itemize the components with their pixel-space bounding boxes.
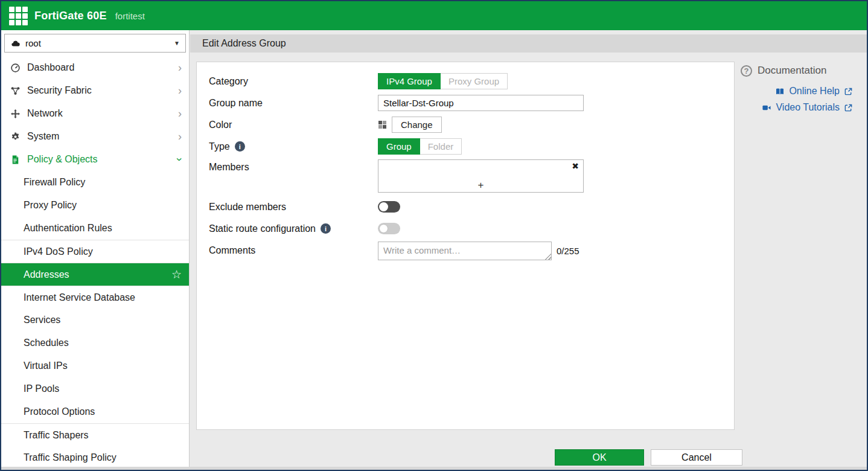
online-help-link[interactable]: Online Help: [741, 86, 853, 97]
vdom-selector[interactable]: root ▼: [4, 34, 186, 53]
sidebar-item-authentication-rules[interactable]: Authentication Rules: [1, 217, 189, 240]
edit-address-group-form: Category IPv4 Group Proxy Group Group na…: [196, 62, 735, 430]
main-content: Edit Address Group Category IPv4 Group P…: [190, 30, 867, 470]
external-link-icon: [844, 87, 853, 96]
policy-objects-icon: [9, 155, 22, 165]
gear-icon: [9, 132, 22, 142]
static-route-row: Static route configuration i: [209, 220, 734, 237]
sidebar-item-virtual-ips[interactable]: Virtual IPs: [1, 354, 189, 377]
sidebar-item-addresses[interactable]: Addresses ☆: [1, 263, 189, 286]
sidebar-item-label: Proxy Policy: [24, 200, 77, 211]
top-bar: FortiGate 60E fortitest: [1, 1, 867, 30]
documentation-title: Documentation: [758, 65, 826, 77]
color-row: Color Change: [209, 116, 734, 133]
form-actions: OK Cancel: [555, 449, 742, 466]
sidebar-item-network[interactable]: Network ›: [1, 102, 189, 125]
members-field[interactable]: ✖ +: [378, 159, 584, 193]
page-title: Edit Address Group: [190, 34, 867, 53]
exclude-members-label: Exclude members: [209, 202, 378, 213]
exclude-members-toggle[interactable]: [378, 201, 400, 213]
page-title-text: Edit Address Group: [202, 38, 286, 49]
sidebar-item-security-fabric[interactable]: Security Fabric ›: [1, 79, 189, 102]
static-route-label: Static route configuration i: [209, 223, 378, 234]
sidebar-item-label: Protocol Options: [24, 406, 95, 417]
book-icon: [775, 87, 785, 96]
online-help-label: Online Help: [789, 86, 840, 97]
external-link-icon: [844, 103, 853, 112]
sidebar-item-policy-objects[interactable]: Policy & Objects ›: [1, 148, 189, 171]
group-name-input[interactable]: [378, 95, 584, 111]
sidebar-item-firewall-policy[interactable]: Firewall Policy: [1, 171, 189, 194]
cloud-icon: [10, 39, 21, 47]
toggle-knob: [379, 224, 388, 233]
sidebar-item-label: Authentication Rules: [24, 223, 112, 234]
color-label: Color: [209, 120, 378, 130]
sidebar-item-internet-service-database[interactable]: Internet Service Database: [1, 286, 189, 309]
category-row: Category IPv4 Group Proxy Group: [209, 72, 734, 90]
type-option-group[interactable]: Group: [378, 138, 420, 155]
network-icon: [9, 109, 22, 119]
group-name-row: Group name: [209, 94, 734, 112]
add-member-button[interactable]: +: [378, 179, 583, 191]
sidebar-item-protocol-options[interactable]: Protocol Options: [1, 400, 189, 423]
type-row: Type i Group Folder: [209, 138, 734, 155]
sidebar-item-proxy-policy[interactable]: Proxy Policy: [1, 194, 189, 217]
hostname-label: fortitest: [115, 11, 145, 21]
vdom-label: root: [25, 38, 41, 48]
info-icon: i: [321, 223, 331, 234]
sidebar-item-label: Virtual IPs: [24, 360, 68, 371]
sidebar-item-label: Firewall Policy: [24, 177, 85, 188]
static-route-toggle[interactable]: [378, 223, 400, 234]
type-label: Type i: [209, 141, 378, 152]
bottom-scrollbar-track[interactable]: [1, 467, 867, 470]
video-camera-icon: [762, 103, 771, 112]
sidebar-item-label: Schedules: [24, 338, 69, 348]
video-tutorials-label: Video Tutorials: [776, 102, 840, 113]
sidebar-item-traffic-shapers[interactable]: Traffic Shapers: [1, 423, 189, 446]
type-segment: Group Folder: [378, 138, 462, 155]
sidebar-item-label: IP Pools: [24, 383, 59, 394]
sidebar-item-label: Policy & Objects: [27, 154, 97, 165]
sidebar-item-label: System: [27, 131, 59, 142]
group-name-label: Group name: [209, 98, 378, 109]
sidebar-item-label: Network: [27, 108, 63, 119]
category-segment: IPv4 Group Proxy Group: [378, 73, 508, 89]
ok-button[interactable]: OK: [555, 449, 644, 466]
sidebar-item-ipv4-dos-policy[interactable]: IPv4 DoS Policy: [1, 240, 189, 263]
category-option-ipv4-group[interactable]: IPv4 Group: [378, 73, 441, 89]
sidebar-item-label: Addresses: [24, 269, 69, 280]
comments-counter: 0/255: [557, 246, 579, 256]
clear-members-icon[interactable]: ✖: [572, 161, 579, 171]
sidebar-item-system[interactable]: System ›: [1, 125, 189, 148]
sidebar-item-dashboard[interactable]: Dashboard ›: [1, 56, 189, 79]
chevron-right-icon: ›: [178, 108, 182, 119]
cancel-button[interactable]: Cancel: [651, 449, 742, 466]
documentation-heading: ? Documentation: [741, 65, 853, 77]
type-option-folder[interactable]: Folder: [420, 138, 462, 155]
sidebar-item-label: Security Fabric: [27, 85, 92, 96]
sidebar-item-label: Traffic Shapers: [24, 430, 89, 441]
category-option-proxy-group[interactable]: Proxy Group: [441, 73, 508, 89]
color-change-button[interactable]: Change: [392, 117, 442, 133]
sidebar-item-traffic-shaping-policy[interactable]: Traffic Shaping Policy: [1, 446, 189, 469]
exclude-members-row: Exclude members: [209, 198, 734, 216]
comments-input[interactable]: [378, 242, 552, 260]
sidebar-item-label: Traffic Shaping Policy: [24, 452, 116, 463]
comments-field-wrap: [378, 242, 552, 260]
chevron-down-icon: ▼: [174, 40, 180, 46]
toggle-knob: [379, 202, 388, 211]
favorite-star-icon[interactable]: ☆: [171, 268, 182, 281]
sidebar-item-schedules[interactable]: Schedules: [1, 332, 189, 354]
info-icon: i: [235, 141, 245, 152]
chevron-right-icon: ›: [178, 62, 182, 73]
members-label: Members: [209, 162, 378, 173]
chevron-right-icon: ›: [178, 131, 182, 142]
sidebar-item-services[interactable]: Services: [1, 309, 189, 332]
sidebar-item-ip-pools[interactable]: IP Pools: [1, 377, 189, 400]
product-title: FortiGate 60E: [34, 10, 107, 22]
comments-label: Comments: [209, 245, 378, 256]
dashboard-icon: [9, 63, 22, 73]
members-row: Members ✖ +: [209, 159, 734, 193]
security-fabric-icon: [9, 86, 22, 96]
video-tutorials-link[interactable]: Video Tutorials: [741, 102, 853, 113]
